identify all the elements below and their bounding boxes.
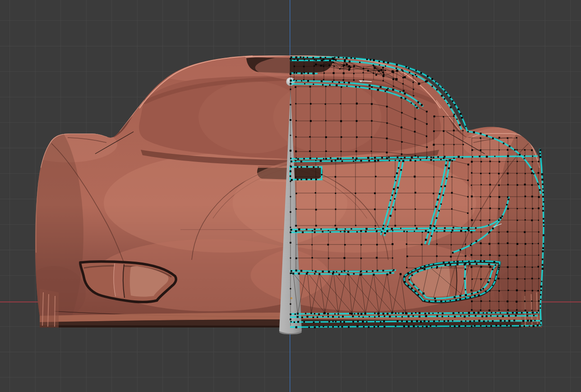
corner-crease-3 (55, 296, 55, 327)
viewport-canvas[interactable] (0, 0, 581, 392)
blender-3d-viewport[interactable] (0, 0, 581, 392)
